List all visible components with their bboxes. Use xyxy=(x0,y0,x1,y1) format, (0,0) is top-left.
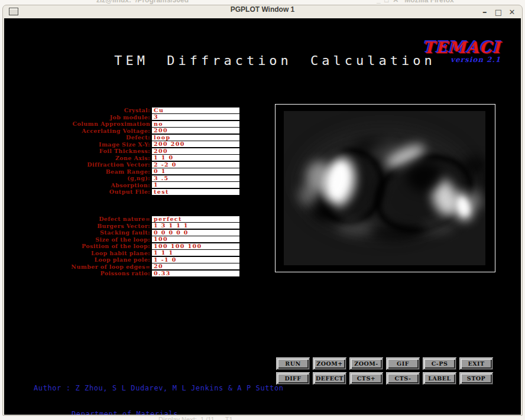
button-label: CTS+ xyxy=(351,373,382,383)
field-label: (g,ng): xyxy=(4,175,152,181)
background-window-bottom: Display Next: 1 /11 T1 xyxy=(0,415,525,420)
field-label: Absorption: xyxy=(4,182,152,188)
job-module-input[interactable]: 3 xyxy=(152,114,239,120)
column-approximation-input[interactable]: no xyxy=(152,121,239,127)
defect-button[interactable]: DEFECT xyxy=(313,372,346,385)
logo-version: version 2.1 xyxy=(423,56,501,64)
g-ng-input[interactable]: 3 .5 xyxy=(152,175,239,181)
zoom-in-button[interactable]: ZOOM+ xyxy=(313,357,346,370)
stop-button[interactable]: STOP xyxy=(459,372,493,385)
c-ps-button[interactable]: C-PS xyxy=(423,357,456,370)
firefox-title-fragment: _ □ ✕ Mozilla Firefox xyxy=(377,0,454,4)
field-diffraction-vector: Diffraction Vector: 2 -2 0 xyxy=(4,161,239,168)
field-label: Output File: xyxy=(4,188,152,195)
author-line: Author : Z Zhou, S L Dudarev, M L Jenkin… xyxy=(34,384,284,393)
maximize-icon[interactable]: □ xyxy=(493,8,504,17)
loop-habit-plane-input[interactable]: 1 1 1 xyxy=(152,250,239,256)
label-button[interactable]: LABEL xyxy=(423,372,456,385)
field-zone-axis: Zone Axis: 1 1 0 xyxy=(4,155,239,162)
field-label: Loop habit plane: xyxy=(4,250,152,256)
calculation-parameters-form: Crystal: Cu Job module: 3 Column Approxi… xyxy=(4,107,239,196)
gif-button[interactable]: GIF xyxy=(386,357,420,370)
field-absorption: Absorption: 1 xyxy=(4,182,239,189)
button-label: ZOOM- xyxy=(351,359,382,369)
logo-name: TEMACI xyxy=(423,40,501,56)
loop-plane-pole-input[interactable]: 1 -1 0 xyxy=(152,257,239,263)
button-label: CTS- xyxy=(387,373,419,383)
author-credit: Author : Z Zhou, S L Dudarev, M L Jenkin… xyxy=(34,367,284,415)
defect-input[interactable]: loop xyxy=(152,135,239,141)
field-loop-position: Position of the loop: 100 100 100 xyxy=(4,243,239,250)
field-g-ng: (g,ng): 3 .5 xyxy=(4,175,239,182)
field-label: Defect: xyxy=(4,134,152,141)
zoom-out-button[interactable]: ZOOM- xyxy=(349,357,383,370)
control-buttons: RUN ZOOM+ ZOOM- GIF C-PS EXIT DIFF DEFEC… xyxy=(276,357,493,385)
field-beam-range: Beam Range: 0 1 xyxy=(4,168,239,175)
field-loop-edges: Number of loop edges= 20 xyxy=(4,263,239,271)
stacking-fault-input[interactable]: 0 0 0 0 0 xyxy=(152,230,239,236)
accelerating-voltage-input[interactable]: 200 xyxy=(152,128,239,134)
field-label: Image Size X-Y: xyxy=(4,141,152,148)
foil-thickness-input[interactable]: 200 xyxy=(152,148,239,154)
image-size-input[interactable]: 200 200 xyxy=(152,141,239,147)
loop-edges-input[interactable]: 20 xyxy=(152,263,239,269)
window-title: PGPLOT Window 1 xyxy=(3,5,522,14)
field-image-size: Image Size X-Y: 200 200 xyxy=(4,141,239,148)
diffraction-vector-input[interactable]: 2 -2 0 xyxy=(152,162,239,168)
background-windows-top: zlz@linux:~/Programs/30ed _ □ ✕ Mozilla … xyxy=(0,0,525,5)
field-job-module: Job module: 3 xyxy=(4,114,239,121)
display-next-fragment: Display Next: 1 /11 T1 xyxy=(158,416,233,420)
crystal-input[interactable]: Cu xyxy=(152,108,239,113)
button-label: LABEL xyxy=(424,373,455,383)
field-defect-nature: Defect nature= perfect xyxy=(4,216,239,223)
field-label: Zone Axis: xyxy=(4,155,152,161)
button-label: DEFECT xyxy=(314,373,345,383)
cts-minus-button[interactable]: CTS- xyxy=(386,372,420,385)
field-loop-habit-plane: Loop habit plane: 1 1 1 xyxy=(4,250,239,257)
field-accelerating-voltage: Accerlating Voltage: 200 xyxy=(4,128,239,135)
field-label: Beam Range: xyxy=(4,168,152,175)
pgplot-window: PGPLOT Window 1 – □ ✕ TEM Diffraction Ca… xyxy=(2,5,523,416)
pgplot-canvas: TEM Diffraction Calculation TEMACI versi… xyxy=(4,18,521,415)
close-icon[interactable]: ✕ xyxy=(507,8,517,17)
button-label: ZOOM+ xyxy=(314,359,345,369)
zone-axis-input[interactable]: 1 1 0 xyxy=(152,155,239,161)
field-crystal: Crystal: Cu xyxy=(4,107,239,114)
button-label: C-PS xyxy=(424,359,455,369)
exit-button[interactable]: EXIT xyxy=(459,357,493,370)
field-label: Number of loop edges= xyxy=(4,263,152,270)
field-label: Defect nature= xyxy=(4,216,152,222)
diffraction-image-panel xyxy=(275,104,495,272)
field-foil-thickness: Foil Thickness: 200 xyxy=(4,148,239,155)
terminal-title-fragment: zlz@linux:~/Programs/30ed xyxy=(96,0,189,4)
field-label: Foil Thickness: xyxy=(4,148,152,154)
beam-range-input[interactable]: 0 1 xyxy=(152,168,239,174)
field-label: Accerlating Voltage: xyxy=(4,128,152,134)
field-label: Stacking fault: xyxy=(4,229,152,236)
output-file-input[interactable]: test xyxy=(152,189,239,195)
defect-nature-input[interactable]: perfect xyxy=(152,216,239,222)
loop-position-input[interactable]: 100 100 100 xyxy=(152,243,239,249)
loop-size-input[interactable]: 100 xyxy=(152,236,239,242)
field-column-approximation: Column Approximation no xyxy=(4,121,239,128)
field-defect: Defect: loop xyxy=(4,134,239,141)
field-label: Job module: xyxy=(4,114,152,121)
window-menu-icon[interactable] xyxy=(9,8,18,15)
cts-plus-button[interactable]: CTS+ xyxy=(349,372,383,385)
diffraction-image xyxy=(284,111,485,265)
burgers-vector-input[interactable]: 1 3 1 1 1 xyxy=(152,223,239,229)
field-label: Column Approximation xyxy=(4,121,152,127)
field-label: Position of the loop: xyxy=(4,243,152,249)
field-label: Size of the loop: xyxy=(4,236,152,243)
button-label: STOP xyxy=(461,373,492,383)
field-label: Diffraction Vector: xyxy=(4,161,152,168)
button-label: GIF xyxy=(387,359,419,369)
field-label: Burgers Vector: xyxy=(4,223,152,229)
field-loop-plane-pole: Loop plane pole: 1 -1 0 xyxy=(4,256,239,263)
minimize-icon[interactable]: – xyxy=(479,6,490,17)
field-output-file: Output File: test xyxy=(4,188,239,196)
poissons-ratio-input[interactable]: 0.33 xyxy=(152,271,239,276)
field-burgers-vector: Burgers Vector: 1 3 1 1 1 xyxy=(4,223,239,230)
absorption-input[interactable]: 1 xyxy=(152,182,239,188)
page-title: TEM Diffraction Calculation xyxy=(80,53,470,68)
